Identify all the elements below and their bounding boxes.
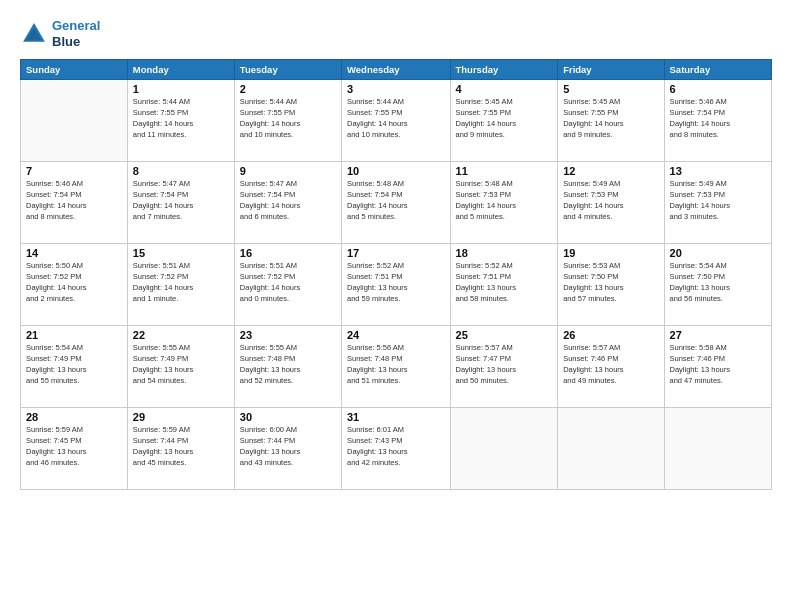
day-number: 22	[133, 329, 229, 341]
day-info: Sunrise: 5:54 AM Sunset: 7:50 PM Dayligh…	[670, 261, 766, 305]
calendar-cell: 19Sunrise: 5:53 AM Sunset: 7:50 PM Dayli…	[558, 244, 664, 326]
day-info: Sunrise: 5:49 AM Sunset: 7:53 PM Dayligh…	[563, 179, 658, 223]
calendar-cell: 5Sunrise: 5:45 AM Sunset: 7:55 PM Daylig…	[558, 80, 664, 162]
calendar-cell: 8Sunrise: 5:47 AM Sunset: 7:54 PM Daylig…	[127, 162, 234, 244]
day-info: Sunrise: 6:00 AM Sunset: 7:44 PM Dayligh…	[240, 425, 336, 469]
day-info: Sunrise: 5:45 AM Sunset: 7:55 PM Dayligh…	[456, 97, 553, 141]
day-info: Sunrise: 5:52 AM Sunset: 7:51 PM Dayligh…	[456, 261, 553, 305]
day-number: 16	[240, 247, 336, 259]
day-number: 4	[456, 83, 553, 95]
calendar-cell: 23Sunrise: 5:55 AM Sunset: 7:48 PM Dayli…	[234, 326, 341, 408]
day-info: Sunrise: 5:57 AM Sunset: 7:47 PM Dayligh…	[456, 343, 553, 387]
day-info: Sunrise: 5:56 AM Sunset: 7:48 PM Dayligh…	[347, 343, 445, 387]
logo: General Blue	[20, 18, 100, 49]
day-info: Sunrise: 5:49 AM Sunset: 7:53 PM Dayligh…	[670, 179, 766, 223]
day-info: Sunrise: 5:51 AM Sunset: 7:52 PM Dayligh…	[133, 261, 229, 305]
day-info: Sunrise: 5:53 AM Sunset: 7:50 PM Dayligh…	[563, 261, 658, 305]
calendar-cell	[664, 408, 771, 490]
day-info: Sunrise: 5:50 AM Sunset: 7:52 PM Dayligh…	[26, 261, 122, 305]
day-info: Sunrise: 5:55 AM Sunset: 7:49 PM Dayligh…	[133, 343, 229, 387]
logo-icon	[20, 20, 48, 48]
day-number: 20	[670, 247, 766, 259]
calendar-week-row: 1Sunrise: 5:44 AM Sunset: 7:55 PM Daylig…	[21, 80, 772, 162]
day-number: 6	[670, 83, 766, 95]
calendar-cell: 28Sunrise: 5:59 AM Sunset: 7:45 PM Dayli…	[21, 408, 128, 490]
calendar-cell: 10Sunrise: 5:48 AM Sunset: 7:54 PM Dayli…	[342, 162, 451, 244]
calendar-cell: 29Sunrise: 5:59 AM Sunset: 7:44 PM Dayli…	[127, 408, 234, 490]
day-number: 24	[347, 329, 445, 341]
calendar-cell: 1Sunrise: 5:44 AM Sunset: 7:55 PM Daylig…	[127, 80, 234, 162]
calendar-cell	[558, 408, 664, 490]
day-number: 5	[563, 83, 658, 95]
calendar-cell: 24Sunrise: 5:56 AM Sunset: 7:48 PM Dayli…	[342, 326, 451, 408]
calendar-cell: 7Sunrise: 5:46 AM Sunset: 7:54 PM Daylig…	[21, 162, 128, 244]
calendar-weekday-saturday: Saturday	[664, 60, 771, 80]
calendar-cell: 4Sunrise: 5:45 AM Sunset: 7:55 PM Daylig…	[450, 80, 558, 162]
day-number: 23	[240, 329, 336, 341]
day-info: Sunrise: 5:45 AM Sunset: 7:55 PM Dayligh…	[563, 97, 658, 141]
day-info: Sunrise: 6:01 AM Sunset: 7:43 PM Dayligh…	[347, 425, 445, 469]
calendar-cell: 15Sunrise: 5:51 AM Sunset: 7:52 PM Dayli…	[127, 244, 234, 326]
day-info: Sunrise: 5:54 AM Sunset: 7:49 PM Dayligh…	[26, 343, 122, 387]
calendar-table: SundayMondayTuesdayWednesdayThursdayFrid…	[20, 59, 772, 490]
calendar-cell: 2Sunrise: 5:44 AM Sunset: 7:55 PM Daylig…	[234, 80, 341, 162]
day-number: 10	[347, 165, 445, 177]
day-info: Sunrise: 5:47 AM Sunset: 7:54 PM Dayligh…	[240, 179, 336, 223]
calendar-cell: 30Sunrise: 6:00 AM Sunset: 7:44 PM Dayli…	[234, 408, 341, 490]
day-info: Sunrise: 5:47 AM Sunset: 7:54 PM Dayligh…	[133, 179, 229, 223]
day-info: Sunrise: 5:52 AM Sunset: 7:51 PM Dayligh…	[347, 261, 445, 305]
calendar-cell: 12Sunrise: 5:49 AM Sunset: 7:53 PM Dayli…	[558, 162, 664, 244]
day-info: Sunrise: 5:48 AM Sunset: 7:54 PM Dayligh…	[347, 179, 445, 223]
day-info: Sunrise: 5:55 AM Sunset: 7:48 PM Dayligh…	[240, 343, 336, 387]
day-info: Sunrise: 5:46 AM Sunset: 7:54 PM Dayligh…	[670, 97, 766, 141]
calendar-cell: 25Sunrise: 5:57 AM Sunset: 7:47 PM Dayli…	[450, 326, 558, 408]
day-info: Sunrise: 5:57 AM Sunset: 7:46 PM Dayligh…	[563, 343, 658, 387]
calendar-cell: 6Sunrise: 5:46 AM Sunset: 7:54 PM Daylig…	[664, 80, 771, 162]
day-number: 29	[133, 411, 229, 423]
day-number: 19	[563, 247, 658, 259]
calendar-cell: 14Sunrise: 5:50 AM Sunset: 7:52 PM Dayli…	[21, 244, 128, 326]
day-number: 25	[456, 329, 553, 341]
header: General Blue	[20, 18, 772, 49]
calendar-header-row: SundayMondayTuesdayWednesdayThursdayFrid…	[21, 60, 772, 80]
day-info: Sunrise: 5:59 AM Sunset: 7:44 PM Dayligh…	[133, 425, 229, 469]
page: General Blue SundayMondayTuesdayWednesda…	[0, 0, 792, 612]
logo-text: General Blue	[52, 18, 100, 49]
day-number: 28	[26, 411, 122, 423]
day-info: Sunrise: 5:44 AM Sunset: 7:55 PM Dayligh…	[347, 97, 445, 141]
day-number: 2	[240, 83, 336, 95]
calendar-cell: 11Sunrise: 5:48 AM Sunset: 7:53 PM Dayli…	[450, 162, 558, 244]
calendar-cell: 3Sunrise: 5:44 AM Sunset: 7:55 PM Daylig…	[342, 80, 451, 162]
day-number: 18	[456, 247, 553, 259]
calendar-cell: 26Sunrise: 5:57 AM Sunset: 7:46 PM Dayli…	[558, 326, 664, 408]
calendar-week-row: 21Sunrise: 5:54 AM Sunset: 7:49 PM Dayli…	[21, 326, 772, 408]
day-number: 27	[670, 329, 766, 341]
day-number: 14	[26, 247, 122, 259]
calendar-weekday-sunday: Sunday	[21, 60, 128, 80]
day-info: Sunrise: 5:44 AM Sunset: 7:55 PM Dayligh…	[240, 97, 336, 141]
day-number: 11	[456, 165, 553, 177]
day-number: 9	[240, 165, 336, 177]
day-number: 31	[347, 411, 445, 423]
day-number: 3	[347, 83, 445, 95]
calendar-cell: 21Sunrise: 5:54 AM Sunset: 7:49 PM Dayli…	[21, 326, 128, 408]
calendar-weekday-wednesday: Wednesday	[342, 60, 451, 80]
day-number: 12	[563, 165, 658, 177]
day-number: 30	[240, 411, 336, 423]
calendar-weekday-thursday: Thursday	[450, 60, 558, 80]
calendar-cell: 18Sunrise: 5:52 AM Sunset: 7:51 PM Dayli…	[450, 244, 558, 326]
calendar-weekday-monday: Monday	[127, 60, 234, 80]
day-number: 21	[26, 329, 122, 341]
calendar-cell: 16Sunrise: 5:51 AM Sunset: 7:52 PM Dayli…	[234, 244, 341, 326]
calendar-cell: 17Sunrise: 5:52 AM Sunset: 7:51 PM Dayli…	[342, 244, 451, 326]
day-info: Sunrise: 5:51 AM Sunset: 7:52 PM Dayligh…	[240, 261, 336, 305]
day-number: 1	[133, 83, 229, 95]
day-info: Sunrise: 5:44 AM Sunset: 7:55 PM Dayligh…	[133, 97, 229, 141]
calendar-cell: 9Sunrise: 5:47 AM Sunset: 7:54 PM Daylig…	[234, 162, 341, 244]
day-info: Sunrise: 5:46 AM Sunset: 7:54 PM Dayligh…	[26, 179, 122, 223]
calendar-cell: 13Sunrise: 5:49 AM Sunset: 7:53 PM Dayli…	[664, 162, 771, 244]
calendar-cell	[21, 80, 128, 162]
day-number: 7	[26, 165, 122, 177]
calendar-weekday-friday: Friday	[558, 60, 664, 80]
calendar-cell: 27Sunrise: 5:58 AM Sunset: 7:46 PM Dayli…	[664, 326, 771, 408]
